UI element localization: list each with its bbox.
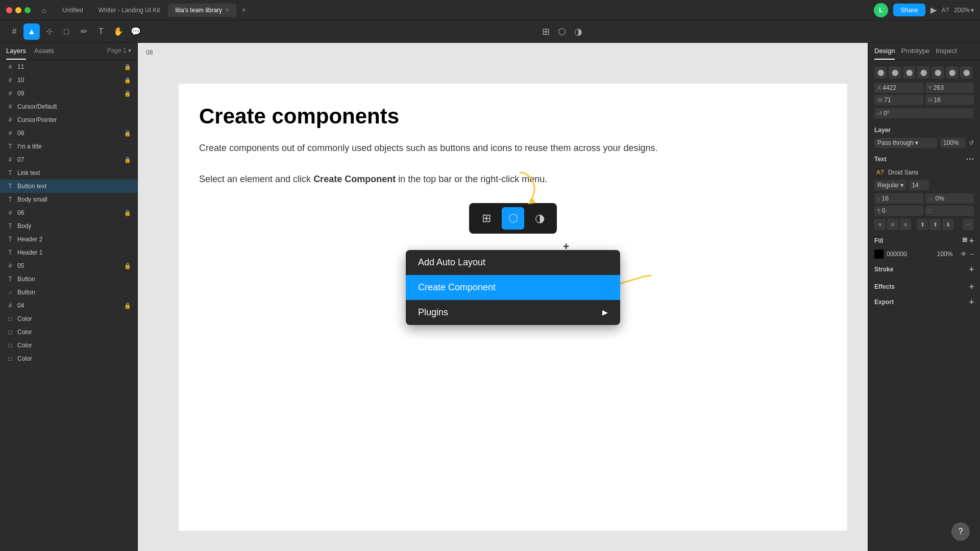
resource-icon[interactable]: ⬡ (558, 26, 566, 37)
layers-tab[interactable]: Layers (6, 47, 26, 60)
fill-color-swatch[interactable] (874, 249, 884, 259)
component-icon[interactable]: ⊞ (542, 26, 550, 37)
home-icon[interactable]: ⌂ (39, 5, 49, 15)
play-button[interactable]: ▶ (930, 5, 937, 15)
layer-item-button-o[interactable]: ○ Button (0, 286, 137, 299)
align-center-icon[interactable]: ≡ (887, 219, 898, 230)
demo-toolbar-container: ⊞ ⬡ ◑ (469, 203, 557, 234)
line-height-field[interactable]: ↕ 16 (874, 193, 923, 204)
align-left[interactable]: ⬤ (874, 66, 887, 79)
ctx-item-plugins[interactable]: Plugins ▶ (406, 300, 620, 325)
w-field[interactable]: W 71 (874, 95, 923, 105)
layer-item-color3[interactable]: □ Color (0, 339, 137, 352)
layer-item-button-t[interactable]: T Button (0, 272, 137, 286)
paragraph-spacing-field[interactable]: ¶ 0 (874, 206, 923, 216)
share-button[interactable]: Share (893, 4, 925, 16)
fill-options-icon[interactable]: ⊞ (962, 236, 967, 245)
ctx-item-create-component[interactable]: Create Component (406, 275, 620, 300)
font-toggle[interactable]: A? (942, 7, 949, 14)
layer-item-color2[interactable]: □ Color (0, 325, 137, 339)
pen-tool[interactable]: ✏ (76, 23, 92, 40)
zoom-control[interactable]: 200% ▾ (954, 7, 974, 14)
valign-mid-icon[interactable]: ⬆ (929, 219, 941, 230)
canvas-desc-text: Select an element and click (199, 174, 313, 184)
ctx-item-auto-layout[interactable]: Add Auto Layout (406, 250, 620, 275)
text-tool[interactable]: T (93, 23, 109, 40)
layer-item-06[interactable]: # 06 🔒 (0, 206, 137, 219)
x-field[interactable]: X 4422 (874, 83, 923, 93)
move-tool[interactable]: ▲ (23, 23, 40, 40)
fill-remove-icon[interactable]: − (970, 250, 974, 258)
inspect-tab[interactable]: Inspect (936, 47, 957, 60)
layer-item-body[interactable]: T Body (0, 219, 137, 233)
tab-team-library[interactable]: lilia's team library ✕ (168, 4, 236, 17)
design-tab[interactable]: Design (874, 47, 895, 60)
layer-item-header2[interactable]: T Header 2 (0, 233, 137, 246)
stroke-add-icon[interactable]: + (969, 265, 974, 274)
align-right-icon[interactable]: ≡ (900, 219, 911, 230)
align-bottom[interactable]: ⬤ (946, 66, 958, 79)
lock-icon: 🔒 (124, 303, 131, 309)
letter-spacing-field[interactable]: ↔ 0% (925, 193, 974, 204)
frame-tool[interactable]: # (6, 23, 22, 40)
layer-item-cursor-default[interactable]: # Cursor/Default (0, 100, 137, 113)
layer-item-header1[interactable]: T Header 1 (0, 246, 137, 259)
comment-tool[interactable]: 💬 (128, 23, 144, 40)
layer-item-07[interactable]: # 07 🔒 (0, 153, 137, 166)
font-size-field[interactable]: 14 (909, 180, 929, 190)
distribute[interactable]: ⬤ (960, 66, 972, 79)
tab-whiter[interactable]: Whiter - Landing UI Kit (91, 4, 167, 17)
layer-item-08[interactable]: # 08 🔒 (0, 127, 137, 140)
layer-item-04[interactable]: # 04 🔒 (0, 299, 137, 312)
tab-untitled[interactable]: Untitled (55, 4, 90, 17)
effects-add-icon[interactable]: + (969, 282, 974, 291)
tab-add-button[interactable]: + (237, 4, 250, 17)
hand-tool[interactable]: ✋ (110, 23, 127, 40)
layer-item-cursor-pointer[interactable]: # Cursor/Pointer (0, 113, 137, 127)
align-right[interactable]: ⬤ (903, 66, 915, 79)
y-field[interactable]: Y 263 (925, 83, 974, 93)
layer-item-button-text[interactable]: T Button text (0, 180, 137, 193)
align-center-h[interactable]: ⬤ (889, 66, 901, 79)
close-button[interactable] (6, 7, 12, 13)
prototype-tab[interactable]: Prototype (901, 47, 929, 60)
opacity-field[interactable]: 100% (940, 138, 966, 148)
align-top[interactable]: ⬤ (917, 66, 929, 79)
text-box-field[interactable]: □ (925, 206, 974, 216)
blend-mode-select[interactable]: Pass through ▾ (874, 138, 937, 148)
valign-bot-icon[interactable]: ⬇ (942, 219, 953, 230)
layer-item-title[interactable]: T I'm a title (0, 140, 137, 153)
layer-item-05[interactable]: # 05 🔒 (0, 259, 137, 272)
h-field[interactable]: H 16 (925, 95, 974, 105)
context-menu[interactable]: Add Auto Layout Create Component Plugins… (406, 250, 620, 325)
align-center-v[interactable]: ⬤ (932, 66, 944, 79)
theme-icon[interactable]: ◑ (574, 26, 582, 37)
maximize-button[interactable] (24, 7, 31, 13)
layer-item-09[interactable]: # 09 🔒 (0, 87, 137, 100)
layer-item-body-small[interactable]: T Body small (0, 193, 137, 206)
layer-item-10[interactable]: # 10 🔒 (0, 73, 137, 87)
text-options-icon[interactable]: ⋯ (966, 154, 974, 164)
shape-tool[interactable]: □ (58, 23, 75, 40)
scale-tool[interactable]: ⊹ (41, 23, 57, 40)
layer-item-color4[interactable]: □ Color (0, 352, 137, 365)
rotation-field[interactable]: ↺ 0° (874, 108, 974, 118)
layer-item-11[interactable]: # 11 🔒 (0, 60, 137, 73)
layer-item-color1[interactable]: □ Color (0, 312, 137, 325)
minimize-button[interactable] (15, 7, 21, 13)
assets-tab[interactable]: Assets (34, 47, 54, 60)
help-button[interactable]: ? (951, 522, 970, 541)
text-icon: T (6, 182, 14, 190)
page-selector[interactable]: Page 1 ▾ (107, 47, 131, 60)
reset-opacity-icon[interactable]: ↺ (969, 139, 974, 146)
font-weight-select[interactable]: Regular ▾ (874, 180, 906, 190)
export-add-icon[interactable]: + (969, 297, 974, 307)
tab-close-icon[interactable]: ✕ (225, 7, 229, 13)
fill-visibility-icon[interactable]: 👁 (961, 251, 967, 258)
fill-add-icon[interactable]: + (969, 236, 974, 245)
align-left-icon[interactable]: ≡ (874, 219, 886, 230)
valign-top-icon[interactable]: ⬆ (917, 219, 928, 230)
layer-item-link-text[interactable]: T Link text (0, 166, 137, 180)
context-menu-container: + Add Auto Layout Create Component Plugi… (406, 250, 620, 325)
text-more-icon[interactable]: ⋯ (963, 219, 974, 230)
